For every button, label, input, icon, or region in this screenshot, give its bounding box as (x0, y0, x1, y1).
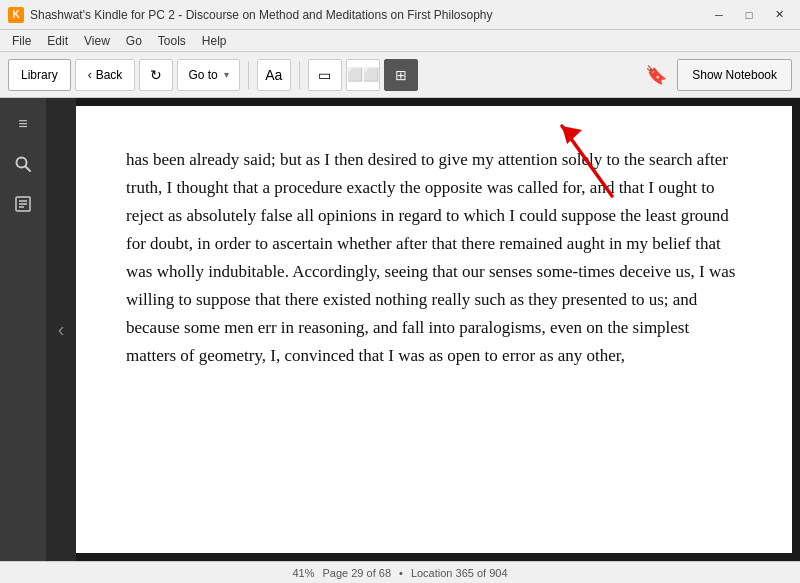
menu-file[interactable]: File (4, 32, 39, 50)
sidebar-search-icon[interactable] (7, 148, 39, 180)
refresh-button[interactable]: ↻ (139, 59, 173, 91)
two-page-icon: ⬜⬜ (347, 67, 379, 82)
bookmark-icon: 🔖 (645, 64, 667, 86)
book-page: has been already said; but as I then des… (76, 106, 792, 553)
menu-bar: File Edit View Go Tools Help (0, 30, 800, 52)
menu-help[interactable]: Help (194, 32, 235, 50)
sidebar-toc-icon[interactable]: ≡ (7, 108, 39, 140)
status-bar: 41% Page 29 of 68 • Location 365 of 904 (0, 561, 800, 583)
back-button[interactable]: ‹ Back (75, 59, 136, 91)
title-bar: K Shashwat's Kindle for PC 2 - Discourse… (0, 0, 800, 30)
refresh-icon: ↻ (150, 67, 162, 83)
toolbar-separator-1 (248, 61, 249, 89)
location-info: Location 365 of 904 (411, 567, 508, 579)
library-label: Library (21, 68, 58, 82)
menu-view[interactable]: View (76, 32, 118, 50)
toolbar-separator-2 (299, 61, 300, 89)
goto-label: Go to (188, 68, 217, 82)
window-title: Shashwat's Kindle for PC 2 - Discourse o… (30, 8, 706, 22)
page-info: Page 29 of 68 (323, 567, 392, 579)
maximize-button[interactable]: □ (736, 5, 762, 25)
menu-tools[interactable]: Tools (150, 32, 194, 50)
single-page-icon: ▭ (318, 67, 331, 83)
svg-marker-7 (562, 126, 582, 144)
menu-edit[interactable]: Edit (39, 32, 76, 50)
status-separator: • (399, 567, 403, 579)
two-page-button[interactable]: ⬜⬜ (346, 59, 380, 91)
prev-page-icon: ‹ (58, 318, 65, 341)
prev-page-button[interactable]: ‹ (46, 98, 76, 561)
grid-view-button[interactable]: ⊞ (384, 59, 418, 91)
svg-line-1 (26, 167, 31, 172)
main-layout: ≡ ‹ has been already said; but as I then… (0, 98, 800, 561)
sidebar-notes-icon[interactable] (7, 188, 39, 220)
single-page-button[interactable]: ▭ (308, 59, 342, 91)
window-controls[interactable]: ─ □ ✕ (706, 5, 792, 25)
progress-percent: 41% (292, 567, 314, 579)
reading-area: ‹ has been already said; but as I then d… (46, 98, 800, 561)
back-label: Back (96, 68, 123, 82)
font-button[interactable]: Aa (257, 59, 291, 91)
toolbar: Library ‹ Back ↻ Go to ▾ Aa ▭ ⬜⬜ ⊞ 🔖 Sho… (0, 52, 800, 98)
library-button[interactable]: Library (8, 59, 71, 91)
close-button[interactable]: ✕ (766, 5, 792, 25)
back-chevron-icon: ‹ (88, 68, 92, 82)
bookmark-button[interactable]: 🔖 (639, 59, 673, 91)
book-content: has been already said; but as I then des… (126, 146, 742, 370)
goto-chevron-icon: ▾ (224, 69, 229, 80)
grid-icon: ⊞ (395, 67, 407, 83)
goto-button[interactable]: Go to ▾ (177, 59, 239, 91)
show-notebook-button[interactable]: Show Notebook (677, 59, 792, 91)
left-sidebar: ≡ (0, 98, 46, 561)
menu-go[interactable]: Go (118, 32, 150, 50)
minimize-button[interactable]: ─ (706, 5, 732, 25)
app-icon: K (8, 7, 24, 23)
font-icon: Aa (265, 67, 282, 83)
